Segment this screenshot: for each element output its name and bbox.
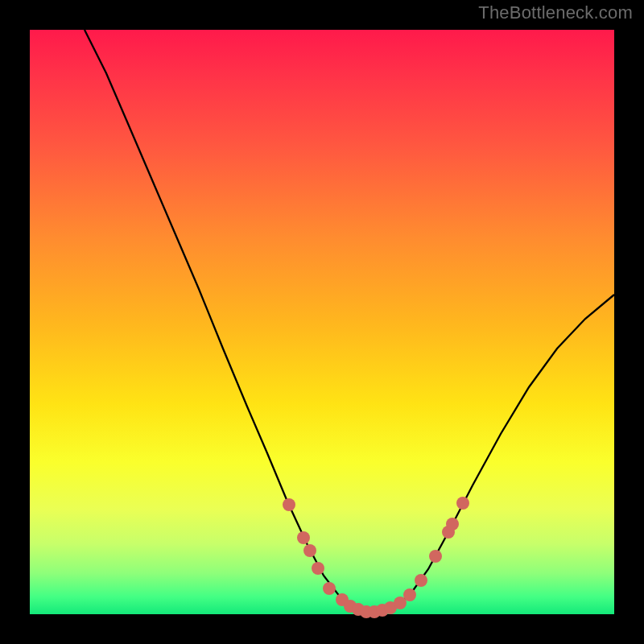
curve-marker [429, 550, 442, 563]
chart-svg [30, 30, 614, 614]
curve-marker [415, 574, 427, 587]
curve-marker [456, 497, 469, 510]
curve-marker [446, 518, 459, 530]
plot-area [30, 30, 614, 614]
curve-marker [297, 531, 310, 544]
marker-group [283, 497, 469, 618]
chart-frame: TheBottleneck.com [0, 0, 644, 644]
curve-marker [312, 562, 324, 575]
curve-marker [323, 582, 336, 595]
curve-marker [403, 588, 416, 601]
curve-marker [303, 544, 316, 557]
bottleneck-curve [85, 30, 614, 612]
curve-marker [283, 498, 295, 511]
watermark-text: TheBottleneck.com [478, 2, 633, 23]
